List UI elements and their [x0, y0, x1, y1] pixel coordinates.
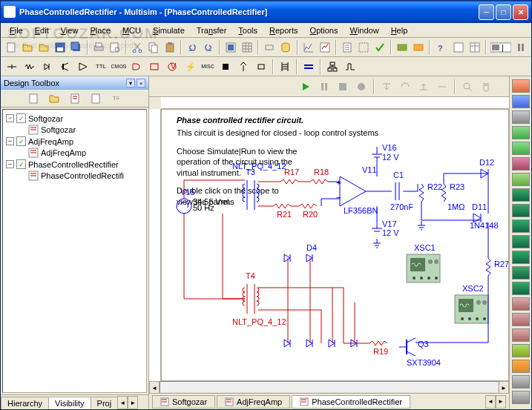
graph-button[interactable] [301, 39, 316, 56]
schematic-canvas[interactable]: Phase controlled rectifier circuit. This… [161, 109, 509, 381]
minimize-button[interactable]: ─ [479, 4, 494, 20]
diode-d11[interactable]: D11 1N4148 [470, 202, 499, 230]
distortion-button[interactable] [512, 251, 530, 264]
freq-counter-button[interactable] [512, 173, 530, 186]
iv-analyzer-button[interactable] [512, 235, 530, 248]
tree-collapse-icon[interactable]: − [6, 114, 14, 122]
diode-button[interactable] [39, 59, 56, 75]
bode-plotter-button[interactable] [512, 157, 530, 171]
probe-button[interactable] [512, 375, 530, 388]
wattmeter-button[interactable] [512, 110, 530, 124]
horizontal-scrollbar[interactable]: ◄ ► [149, 381, 509, 393]
ladder-button[interactable] [277, 59, 293, 75]
bom-button[interactable] [340, 39, 355, 56]
function-gen-button[interactable] [512, 95, 530, 108]
menu-file[interactable]: File [4, 24, 29, 36]
tree-checkbox[interactable]: ✓ [16, 136, 26, 146]
grid-button[interactable] [240, 39, 254, 56]
close-button[interactable]: ✕ [513, 4, 528, 20]
select-button[interactable] [356, 39, 371, 56]
diode-d4[interactable]: D4 [284, 243, 317, 262]
battery-v17[interactable]: V17 12 V [372, 219, 399, 237]
tree-item-softgozar[interactable]: − ✓ Softgozar [6, 113, 143, 124]
print-button[interactable] [91, 39, 106, 56]
component-button[interactable] [262, 39, 277, 56]
indicator-button[interactable]: V [164, 59, 180, 75]
help-button[interactable]: ? [433, 39, 448, 56]
labview-inst-button[interactable] [512, 360, 530, 373]
menu-help[interactable]: Help [385, 24, 414, 36]
rf-button[interactable] [235, 59, 252, 75]
redo-button[interactable] [201, 39, 216, 56]
advanced-button[interactable] [217, 59, 234, 75]
tree-item-phasecontrolled[interactable]: − ✓ PhaseControlledRectifier [6, 159, 143, 170]
word-gen-button[interactable] [512, 188, 530, 202]
tab-hierarchy[interactable]: Hierarchy [1, 397, 49, 409]
step-into-button[interactable] [378, 79, 395, 95]
resistor-r20[interactable]: R20 [299, 204, 318, 219]
circuit-diagram[interactable]: 54.55 Vrms 50 Hz V15 T3 NLT_PQ_4_12 [162, 110, 509, 381]
tree-item-adjfreqamp[interactable]: − ✓ AdjFreqAmp [6, 136, 143, 147]
menu-window[interactable]: Window [344, 24, 384, 36]
electromech-button[interactable] [253, 59, 269, 75]
menu-edit[interactable]: Edit [29, 24, 55, 36]
database-button[interactable] [278, 39, 293, 56]
doc-tab-softgozar[interactable]: Softgozar [152, 395, 215, 409]
run-button[interactable] [298, 79, 314, 95]
oscilloscope-xsc2[interactable]: XSC2 [455, 284, 488, 323]
transformer-t3[interactable]: T3 NLT_PQ_4_12 [232, 162, 286, 210]
tree-child-softgozar[interactable]: Softgozar [28, 124, 143, 136]
panel-dropdown[interactable]: ▾ [126, 79, 135, 87]
oscilloscope-xsc1[interactable]: XSC1 [407, 243, 440, 282]
save-button[interactable] [53, 39, 68, 56]
misc-digital-button[interactable] [128, 59, 145, 75]
logic-analyzer-button[interactable] [512, 204, 530, 217]
agilent-fg-button[interactable] [512, 297, 530, 311]
tab-project[interactable]: Proj [91, 397, 119, 409]
voltage-source-v15[interactable]: 54.55 Vrms 50 Hz V15 [177, 188, 234, 214]
copy-button[interactable] [146, 39, 161, 56]
postprocess-button[interactable] [318, 39, 332, 56]
agilent-scope-button[interactable] [512, 328, 530, 342]
power-button[interactable]: ⚡ [182, 59, 198, 75]
tree-collapse-icon[interactable]: − [6, 137, 14, 145]
tree-new[interactable] [25, 90, 42, 107]
hand-button[interactable] [478, 79, 494, 95]
pause-sim-button[interactable] [513, 39, 528, 56]
labview-button[interactable] [411, 39, 426, 56]
4ch-scope-button[interactable] [512, 142, 530, 155]
resistor-r19[interactable]: R19 [370, 341, 388, 356]
use-button[interactable] [372, 39, 387, 56]
network-button[interactable] [512, 282, 530, 295]
misc-button[interactable]: MISC [200, 59, 216, 75]
menu-reports[interactable]: Reports [263, 24, 304, 36]
preview-button[interactable] [108, 39, 122, 56]
analog-button[interactable] [75, 59, 91, 75]
resistor-r23[interactable]: R23 1MΩ [441, 182, 465, 211]
pause-button[interactable] [316, 79, 332, 95]
tree-child-adjfreqamp[interactable]: AdjFreqAmp [28, 147, 143, 159]
elvis-button[interactable] [395, 39, 410, 56]
step-out-button[interactable] [416, 79, 432, 95]
ttl-button[interactable]: TTL [93, 59, 109, 75]
menu-tools[interactable]: Tools [232, 24, 263, 36]
current-probe-button[interactable] [512, 391, 530, 404]
menu-view[interactable]: View [55, 24, 85, 36]
spreadsheet-button[interactable] [467, 39, 482, 56]
doc-tab-adjfreqamp[interactable]: AdjFreqAmp [217, 395, 290, 409]
tab-visibility[interactable]: Visibility [48, 397, 91, 409]
saveall-button[interactable] [69, 39, 84, 56]
new-button[interactable] [4, 39, 19, 56]
doc-scroll-right[interactable]: ► [496, 395, 506, 409]
tree-child-phasecontrolled[interactable]: PhaseControlledRectifi [28, 170, 143, 182]
tektronix-button[interactable] [512, 344, 530, 357]
resistor-r22[interactable]: R22 [419, 182, 442, 202]
multimeter-button[interactable] [512, 79, 530, 93]
zoom-button[interactable] [459, 79, 476, 95]
resistor-r21[interactable]: R21 [273, 204, 292, 219]
oscilloscope-button[interactable] [512, 126, 530, 139]
basic-button[interactable] [22, 59, 38, 75]
tree-filter[interactable]: T≡ [108, 90, 125, 107]
resistor-r18[interactable]: R18 [310, 168, 329, 184]
menu-mcu[interactable]: MCU [116, 24, 147, 36]
